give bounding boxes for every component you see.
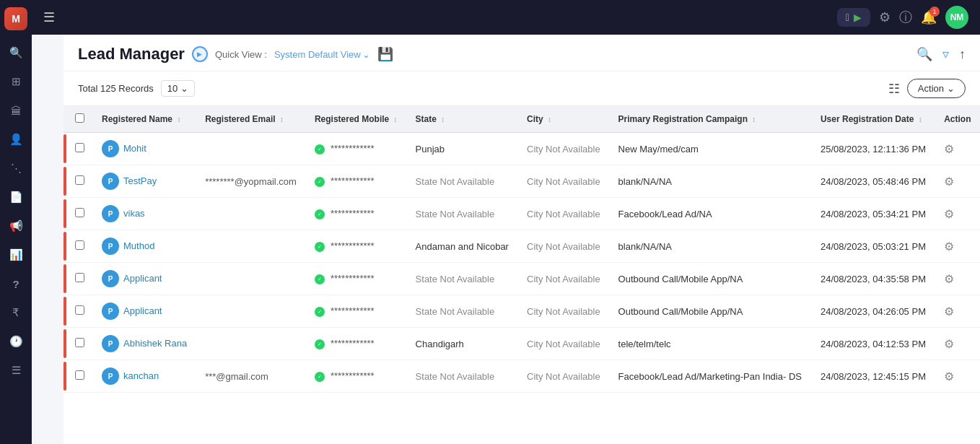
hamburger-menu[interactable]: ☰ xyxy=(43,9,55,25)
row-gear-icon[interactable]: ⚙ xyxy=(944,175,954,188)
lead-name-link[interactable]: Abhishek Rana xyxy=(123,338,187,349)
play-info-icon[interactable]: ▶ xyxy=(192,46,208,62)
lead-action-cell[interactable]: ⚙ xyxy=(935,328,980,360)
lead-email-cell: ***@gmail.com xyxy=(196,360,306,393)
select-all-header[interactable] xyxy=(66,106,93,133)
lead-name-link[interactable]: Applicant xyxy=(123,305,162,316)
lead-action-cell[interactable]: ⚙ xyxy=(935,165,980,198)
svg-text:✓: ✓ xyxy=(318,309,322,314)
row-checkbox[interactable] xyxy=(75,143,84,152)
lead-action-cell[interactable]: ⚙ xyxy=(935,295,980,328)
leads-table-container: Registered Name ↕ Registered Email ↕ Reg… xyxy=(64,106,980,444)
sidebar-item-person[interactable]: 👤 xyxy=(4,127,28,152)
sidebar-item-clock[interactable]: 🕐 xyxy=(4,329,28,354)
lead-state-cell: Chandigarh xyxy=(407,328,518,360)
table-row: Pkanchan***@gmail.com✓************State … xyxy=(64,360,980,393)
lead-state-cell: State Not Available xyxy=(407,165,518,198)
sidebar-item-help[interactable]: ? xyxy=(4,271,28,296)
lead-action-cell[interactable]: ⚙ xyxy=(935,230,980,263)
sort-icon[interactable]: ↕ xyxy=(752,116,756,123)
lead-name-link[interactable]: Mohit xyxy=(123,143,146,154)
row-gear-icon[interactable]: ⚙ xyxy=(944,240,954,253)
table-row: PMohit✓************PunjabCity Not Availa… xyxy=(64,133,980,165)
row-checkbox-td[interactable] xyxy=(66,198,93,230)
lead-campaign-cell: Outbound Call/Mobile App/NA xyxy=(610,263,812,295)
sidebar-item-dashboard[interactable]: ⊞ xyxy=(4,69,28,94)
row-checkbox-td[interactable] xyxy=(66,230,93,263)
row-checkbox[interactable] xyxy=(75,273,84,282)
lead-city-cell: City Not Available xyxy=(518,198,610,230)
notifications-btn[interactable]: 🔔 1 xyxy=(921,9,937,25)
sidebar-item-building[interactable]: 🏛 xyxy=(4,98,28,123)
lead-name-link[interactable]: Applicant xyxy=(123,273,162,284)
total-records-label: Total 125 Records xyxy=(78,83,154,94)
row-gear-icon[interactable]: ⚙ xyxy=(944,273,954,285)
save-view-icon[interactable]: 💾 xyxy=(377,46,393,62)
lead-action-cell[interactable]: ⚙ xyxy=(935,263,980,295)
row-gear-icon[interactable]: ⚙ xyxy=(944,208,954,220)
lead-name-link[interactable]: kanchan xyxy=(123,370,159,381)
sidebar-item-megaphone[interactable]: 📢 xyxy=(4,214,28,238)
sort-icon[interactable]: ↕ xyxy=(441,116,445,123)
p-badge: P xyxy=(102,173,119,190)
sidebar-item-network[interactable]: ⋱ xyxy=(4,156,28,180)
action-button[interactable]: Action ⌄ xyxy=(907,79,966,98)
row-checkbox-td[interactable] xyxy=(66,328,93,360)
lead-name-link[interactable]: vikas xyxy=(123,208,145,219)
row-checkbox[interactable] xyxy=(75,338,84,347)
lead-action-cell[interactable]: ⚙ xyxy=(935,133,980,165)
row-gear-icon[interactable]: ⚙ xyxy=(944,338,954,350)
sidebar-item-rupee[interactable]: ₹ xyxy=(4,300,28,325)
lead-action-cell[interactable]: ⚙ xyxy=(935,198,980,230)
sort-icon[interactable]: ↕ xyxy=(548,116,551,123)
settings-icon[interactable]: ⚙ xyxy=(879,9,891,25)
row-checkbox-td[interactable] xyxy=(66,263,93,295)
leads-table: Registered Name ↕ Registered Email ↕ Reg… xyxy=(64,106,980,393)
per-page-select[interactable]: 10 ⌄ xyxy=(161,80,195,97)
help-circle-icon[interactable]: ⓘ xyxy=(899,9,912,26)
sort-icon[interactable]: ↕ xyxy=(919,116,922,123)
row-checkbox-td[interactable] xyxy=(66,360,93,393)
whatsapp-icon: ✓ xyxy=(315,338,328,349)
chevron-icon: ⌄ xyxy=(180,83,188,94)
row-checkbox[interactable] xyxy=(75,240,84,250)
row-checkbox[interactable] xyxy=(75,208,84,217)
lead-action-cell[interactable]: ⚙ xyxy=(935,360,980,393)
row-checkbox[interactable] xyxy=(75,305,84,315)
lead-name-cell: PMohit xyxy=(93,133,196,165)
avatar[interactable]: NM xyxy=(945,6,968,29)
filter-icon[interactable]: ▿ xyxy=(942,46,949,62)
quick-view-dropdown[interactable]: System Default View ⌄ xyxy=(274,49,370,60)
row-checkbox-td[interactable] xyxy=(66,133,93,165)
row-gear-icon[interactable]: ⚙ xyxy=(944,305,954,318)
lead-name-link[interactable]: Muthod xyxy=(123,240,154,251)
app-logo[interactable]: M xyxy=(4,7,27,30)
sidebar-item-document[interactable]: 📄 xyxy=(4,185,28,209)
row-checkbox-td[interactable] xyxy=(66,295,93,328)
sidebar-item-search[interactable]: 🔍 xyxy=(4,40,28,65)
sort-icon[interactable]: ↕ xyxy=(280,116,284,123)
lead-name-link[interactable]: TestPay xyxy=(123,175,157,186)
row-gear-icon[interactable]: ⚙ xyxy=(944,143,954,155)
sort-icon[interactable]: ↕ xyxy=(394,116,398,123)
export-icon[interactable]: ↑ xyxy=(959,47,966,62)
lead-mobile-cell: ✓************ xyxy=(306,263,407,295)
table-row: PApplicant✓************State Not Availab… xyxy=(64,263,980,295)
sort-icon[interactable]: ↕ xyxy=(177,116,180,123)
sidebar-item-list[interactable]: ☰ xyxy=(4,358,28,383)
select-all-checkbox[interactable] xyxy=(75,113,84,123)
lead-campaign-cell: Outbound Call/Mobile App/NA xyxy=(610,295,812,328)
row-checkbox[interactable] xyxy=(75,175,84,185)
lead-name-cell: PAbhishek Rana xyxy=(93,328,196,360)
lead-email-cell xyxy=(196,230,306,263)
grid-view-icon[interactable]: ☷ xyxy=(888,81,900,97)
row-checkbox[interactable] xyxy=(75,370,84,380)
sidebar-item-chart[interactable]: 📊 xyxy=(4,243,28,267)
p-badge: P xyxy=(102,302,119,320)
row-checkbox-td[interactable] xyxy=(66,165,93,198)
app-store-btn[interactable]:  ▶ xyxy=(837,8,870,27)
row-gear-icon[interactable]: ⚙ xyxy=(944,370,954,383)
lead-mobile-cell: ✓************ xyxy=(306,198,407,230)
table-row: Pvikas✓************State Not AvailableCi… xyxy=(64,198,980,230)
search-icon[interactable]: 🔍 xyxy=(916,46,932,62)
